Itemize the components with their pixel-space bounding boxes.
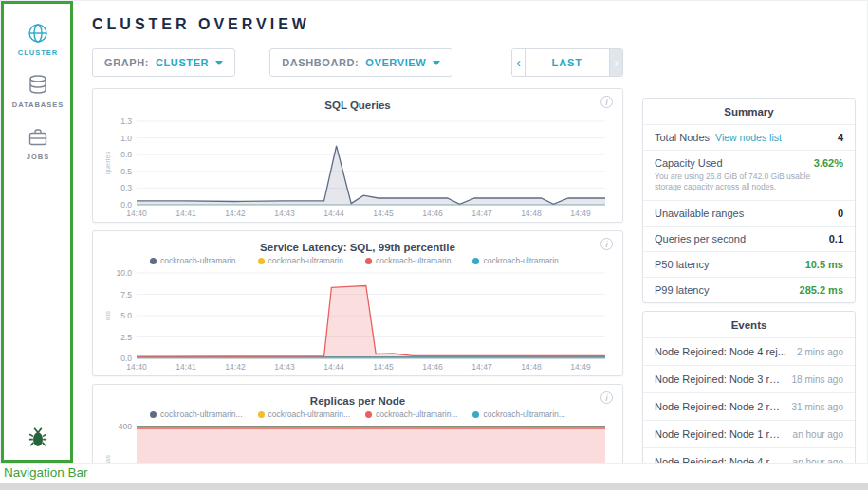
svg-text:0.8: 0.8: [120, 150, 132, 159]
svg-text:1.0: 1.0: [120, 134, 132, 143]
svg-text:2.5: 2.5: [120, 333, 132, 342]
event-row: Node Rejoined: Node 1 rej... an hour ago: [643, 420, 855, 447]
dashboard-dropdown[interactable]: DASHBOARD: OVERVIEW: [269, 48, 452, 77]
view-nodes-link[interactable]: View nodes list: [715, 132, 782, 143]
legend-dot: [472, 411, 479, 418]
svg-text:400: 400: [119, 422, 132, 431]
summary-row-queries-per-second: Queries per second 0.1: [643, 226, 855, 251]
event-time: 18 mins ago: [792, 374, 843, 385]
svg-text:14:40: 14:40: [126, 362, 147, 372]
app-window: CLUSTER DATABASES: [0, 0, 868, 464]
summary-row-capacity-used: Capacity Used 3.62% You are using 26.8 G…: [643, 150, 855, 200]
chart-canvas-replicas-per-node[interactable]: 40014:4014:4114:4214:4314:4414:4514:4614…: [102, 421, 613, 463]
chevron-right-icon: ›: [614, 54, 619, 70]
bottom-strip: [0, 483, 868, 490]
legend-item[interactable]: cockroach-ultramarin...: [258, 256, 350, 265]
svg-text:14:45: 14:45: [373, 209, 394, 218]
legend-label: cockroach-ultramarin...: [268, 409, 350, 419]
svg-text:14:43: 14:43: [274, 362, 295, 372]
time-prev-button[interactable]: ‹: [512, 49, 525, 76]
summary-label: P50 latency: [655, 259, 709, 270]
summary-value: 0.1: [829, 233, 843, 245]
chart-legend: cockroach-ultramarin...cockroach-ultrama…: [102, 409, 613, 419]
legend-item[interactable]: cockroach-ultramarin...: [258, 409, 350, 419]
summary-label: P99 latency: [655, 284, 709, 296]
time-range-label[interactable]: LAST 10 MIN: [526, 49, 611, 76]
sidebar-item-label: DATABASES: [1, 100, 75, 109]
svg-text:14:47: 14:47: [471, 362, 492, 372]
legend-dot: [365, 258, 372, 264]
jobs-icon: [27, 126, 49, 149]
legend-dot: [150, 258, 157, 264]
legend-dot: [150, 411, 157, 418]
legend-item[interactable]: cockroach-ultramarin...: [150, 409, 242, 419]
sidebar-item-label: CLUSTER: [1, 48, 75, 57]
sidebar-item-databases[interactable]: DATABASES: [1, 66, 75, 118]
legend-dot: [365, 411, 372, 418]
summary-value: 3.62%: [814, 157, 843, 169]
events-title: Events: [643, 312, 855, 337]
dashboard-dropdown-value: OVERVIEW: [365, 57, 426, 68]
svg-text:queries: queries: [103, 151, 112, 174]
summary-row-p50-latency: P50 latency 10.5 ms: [643, 251, 855, 277]
svg-text:replicas: replicas: [103, 455, 112, 463]
event-row: Node Rejoined: Node 4 rej... an hour ago: [643, 447, 855, 464]
legend-dot: [258, 258, 265, 264]
event-time: an hour ago: [793, 429, 843, 440]
svg-text:14:46: 14:46: [422, 209, 443, 218]
svg-text:14:47: 14:47: [471, 209, 492, 218]
chart-panel-service-latency: Service Latency: SQL, 99th percentile i …: [92, 230, 623, 376]
summary-label: Unavailable ranges: [655, 208, 744, 219]
chart-canvas-sql-queries[interactable]: 0.00.30.50.81.01.314:4014:4114:4214:4314…: [102, 116, 613, 220]
info-icon[interactable]: i: [600, 96, 613, 108]
graph-dropdown[interactable]: GRAPH: CLUSTER: [92, 48, 235, 77]
page-title: CLUSTER OVERVIEW: [92, 16, 623, 33]
summary-row-unavailable-ranges: Unavailable ranges 0: [643, 200, 855, 226]
graph-dropdown-label: GRAPH:: [104, 57, 149, 68]
chart-canvas-service-latency[interactable]: 0.02.55.07.510.014:4014:4114:4214:4314:4…: [102, 267, 613, 373]
time-range-selector: ‹ LAST 10 MIN ›: [511, 48, 623, 77]
annotation-label: Navigation Bar: [4, 465, 88, 480]
sidebar-item-cluster[interactable]: CLUSTER: [1, 14, 75, 66]
cockroachdb-logo: [1, 426, 75, 454]
svg-text:14:42: 14:42: [225, 362, 246, 372]
svg-text:0.3: 0.3: [120, 183, 132, 192]
cluster-icon: [27, 22, 49, 45]
event-time: an hour ago: [793, 457, 843, 464]
legend-item[interactable]: cockroach-ultramarin...: [365, 409, 457, 419]
svg-text:14:49: 14:49: [570, 362, 591, 372]
legend-label: cockroach-ultramarin...: [268, 256, 350, 265]
chart-legend: cockroach-ultramarin...cockroach-ultrama…: [102, 256, 613, 265]
sidebar-item-jobs[interactable]: JOBS: [1, 118, 75, 171]
svg-text:0.5: 0.5: [120, 167, 132, 176]
legend-item[interactable]: cockroach-ultramarin...: [365, 256, 457, 265]
dashboard-dropdown-label: DASHBOARD:: [282, 57, 359, 68]
chevron-left-icon: ‹: [516, 54, 521, 70]
right-sidebar: Summary Total Nodes View nodes list 4 Ca…: [637, 1, 867, 463]
legend-dot: [258, 411, 265, 418]
event-row: Node Rejoined: Node 4 rej... 2 mins ago: [643, 337, 855, 365]
svg-text:1.3: 1.3: [120, 117, 132, 126]
main-content: CLUSTER OVERVIEW GRAPH: CLUSTER DASHBOAR…: [75, 1, 637, 463]
summary-value: 0: [838, 208, 843, 219]
event-label: Node Rejoined: Node 4 rej...: [655, 346, 789, 357]
info-icon[interactable]: i: [600, 238, 613, 250]
legend-item[interactable]: cockroach-ultramarin...: [472, 409, 564, 419]
legend-label: cockroach-ultramarin...: [376, 409, 457, 419]
time-next-button[interactable]: ›: [610, 49, 622, 76]
svg-text:14:46: 14:46: [422, 362, 443, 372]
legend-item[interactable]: cockroach-ultramarin...: [472, 256, 564, 265]
databases-icon: [27, 74, 49, 97]
svg-text:14:44: 14:44: [323, 362, 344, 372]
info-icon[interactable]: i: [600, 391, 613, 404]
legend-label: cockroach-ultramarin...: [160, 256, 242, 265]
svg-text:14:41: 14:41: [175, 362, 196, 372]
summary-title: Summary: [643, 99, 855, 124]
legend-label: cockroach-ultramarin...: [483, 409, 564, 419]
toolbar: GRAPH: CLUSTER DASHBOARD: OVERVIEW ‹ LAS…: [92, 48, 623, 77]
legend-label: cockroach-ultramarin...: [376, 256, 457, 265]
event-label: Node Rejoined: Node 1 rej...: [655, 428, 785, 440]
svg-text:14:44: 14:44: [323, 209, 344, 218]
event-row: Node Rejoined: Node 3 rej... 18 mins ago: [643, 365, 855, 392]
legend-item[interactable]: cockroach-ultramarin...: [150, 256, 242, 265]
